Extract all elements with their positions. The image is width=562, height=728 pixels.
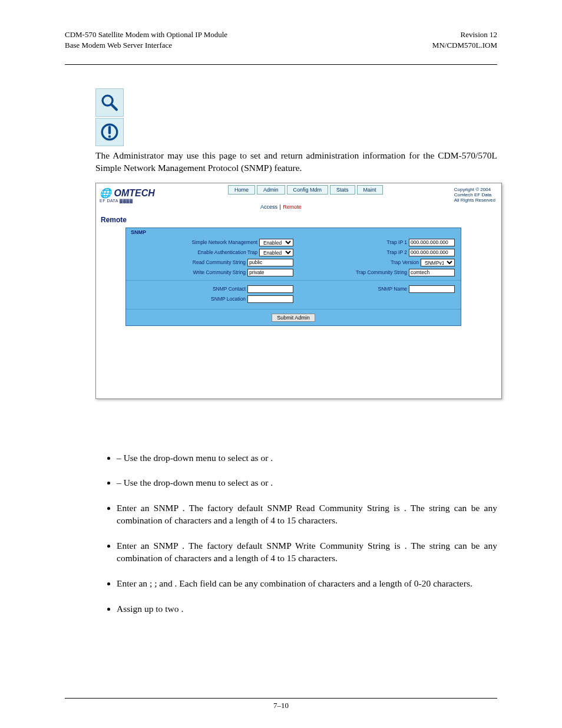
intro-paragraph: The Administrator may use this page to s…	[95, 150, 497, 174]
header-left-1: CDM-570 Satellite Modem with Optional IP…	[65, 29, 227, 40]
brand-sub: EF DATA ▓▓▓▓	[100, 199, 155, 203]
input-trap-cs[interactable]	[409, 269, 455, 276]
input-snmp-name[interactable]	[409, 285, 455, 293]
body-bullets: – Use the drop-down menu to select as or…	[95, 452, 497, 615]
select-auth-trap[interactable]: Enabled	[259, 249, 293, 256]
svg-line-1	[111, 104, 117, 110]
label-snmp-name: SNMP Name	[378, 286, 407, 292]
bullet-4: Enter an SNMP . The factory default SNMP…	[117, 540, 497, 565]
page-header: CDM-570 Satellite Modem with Optional IP…	[65, 29, 497, 50]
embedded-screenshot: 🌐 OMTECH EF DATA ▓▓▓▓ Home Admin Config …	[95, 183, 502, 399]
magnifier-icon	[95, 88, 124, 117]
footer-rule	[65, 698, 497, 699]
input-trap-ip2[interactable]	[409, 249, 455, 256]
label-snm: Simple Network Management	[192, 239, 258, 245]
input-trap-ip1[interactable]	[409, 239, 455, 246]
input-snmp-contact[interactable]	[247, 285, 293, 293]
tab-config-mdm[interactable]: Config Mdm	[287, 185, 329, 195]
input-snmp-location[interactable]	[247, 295, 293, 303]
header-right-2: MN/CDM570L.IOM	[432, 40, 497, 51]
tab-home[interactable]: Home	[228, 185, 255, 195]
copyright-block: Copyright © 2004 Comtech EF Data All Rig…	[454, 185, 498, 203]
snmp-heading: SNMP	[126, 229, 461, 236]
header-left-2: Base Modem Web Server Interface	[65, 40, 227, 51]
label-trap-version: Trap Version	[391, 259, 419, 265]
subnav-access[interactable]: Access	[260, 204, 277, 210]
label-trap-ip2: Trap IP 2	[387, 249, 408, 255]
bullet-5: Enter an ; ; and . Each field can be any…	[117, 578, 497, 590]
label-snmp-location: SNMP Location	[211, 296, 246, 302]
snmp-panel: SNMP Simple Network Management Enabled T…	[125, 228, 461, 326]
header-right-1: Revision 12	[432, 29, 497, 40]
label-read-cs: Read Community String	[193, 259, 246, 265]
input-read-cs[interactable]	[247, 259, 293, 266]
bullet-2: – Use the drop-down menu to select as or…	[117, 477, 497, 489]
tab-stats[interactable]: Stats	[330, 185, 355, 195]
header-rule	[65, 64, 497, 65]
bullet-6: Assign up to two .	[117, 603, 497, 615]
label-snmp-contact: SNMP Contact	[213, 286, 246, 292]
tab-admin[interactable]: Admin	[257, 185, 285, 195]
submit-admin-button[interactable]: Submit Admin	[272, 314, 315, 322]
input-write-cs[interactable]	[247, 269, 293, 276]
sub-nav: Access | Remote	[96, 203, 501, 213]
page-number: 7–10	[273, 701, 289, 710]
bullet-1: – Use the drop-down menu to select as or…	[117, 452, 497, 465]
label-trap-cs: Trap Community String	[356, 269, 407, 275]
section-title: Remote	[96, 213, 501, 228]
select-trap-version[interactable]: SNMPv1	[421, 259, 455, 266]
bullet-3: Enter an SNMP . The factory default SNMP…	[117, 502, 497, 527]
tab-maint[interactable]: Maint	[357, 185, 383, 195]
select-snm[interactable]: Enabled	[259, 239, 293, 246]
label-write-cs: Write Community String	[193, 269, 246, 275]
subnav-remote[interactable]: Remote	[283, 204, 302, 210]
top-nav: Home Admin Config Mdm Stats Maint	[226, 185, 383, 195]
label-trap-ip1: Trap IP 1	[387, 239, 408, 245]
brand-logo: 🌐 OMTECH	[100, 187, 155, 199]
label-auth-trap: Enable Authentication Trap	[197, 249, 257, 255]
svg-point-4	[108, 136, 111, 138]
alert-info-icon	[95, 118, 124, 146]
